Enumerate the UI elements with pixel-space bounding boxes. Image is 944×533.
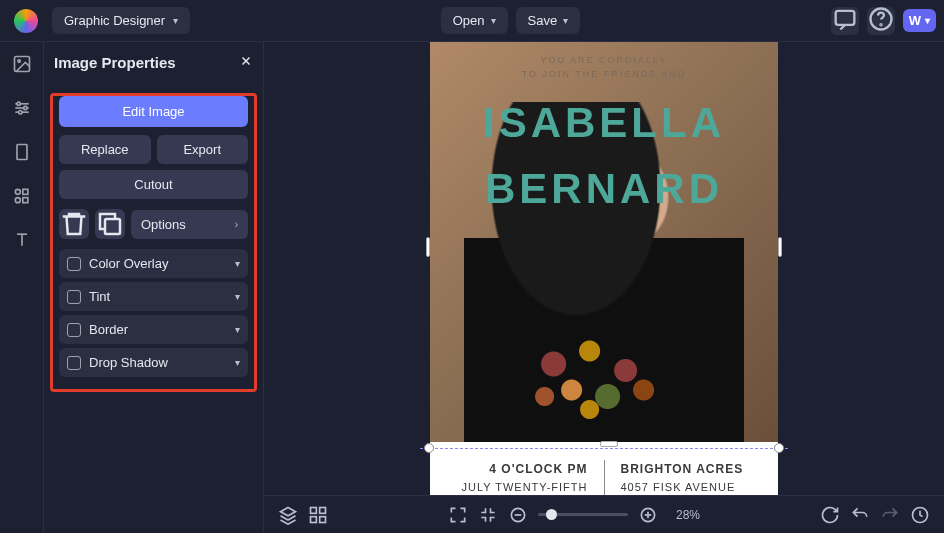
panel-title: Image Properties xyxy=(54,54,176,71)
svg-rect-23 xyxy=(311,516,317,522)
zoom-out-icon xyxy=(508,505,528,525)
open-button[interactable]: Open ▾ xyxy=(441,7,508,34)
svg-point-10 xyxy=(18,111,21,114)
svg-rect-24 xyxy=(320,516,326,522)
chat-button[interactable] xyxy=(831,7,859,35)
options-button[interactable]: Options › xyxy=(131,210,248,239)
border-row[interactable]: Border ▾ xyxy=(59,315,248,344)
svg-point-8 xyxy=(17,102,20,105)
invite-intro-line1: YOU ARE CORDIALLY xyxy=(541,54,668,68)
svg-rect-20 xyxy=(105,219,120,234)
close-panel-button[interactable] xyxy=(239,54,253,71)
history-icon xyxy=(910,505,930,525)
zoom-in-icon xyxy=(638,505,658,525)
border-checkbox[interactable] xyxy=(67,323,81,337)
undo-button[interactable] xyxy=(850,505,870,525)
svg-rect-21 xyxy=(311,507,317,513)
refresh-icon xyxy=(820,505,840,525)
chevron-down-icon: ▾ xyxy=(563,15,568,26)
zoom-percentage: 28% xyxy=(676,508,700,522)
duplicate-button[interactable] xyxy=(95,209,125,239)
zoom-slider[interactable] xyxy=(538,513,628,516)
color-overlay-checkbox[interactable] xyxy=(67,257,81,271)
redo-icon xyxy=(880,505,900,525)
chevron-down-icon: ▾ xyxy=(491,15,496,26)
grid-icon xyxy=(308,505,328,525)
zoom-in-button[interactable] xyxy=(638,505,658,525)
refresh-button[interactable] xyxy=(820,505,840,525)
rail-page-icon[interactable] xyxy=(12,142,32,162)
svg-point-2 xyxy=(880,24,881,25)
svg-point-12 xyxy=(15,189,20,194)
delete-button[interactable] xyxy=(59,209,89,239)
selection-handle-bl[interactable] xyxy=(424,443,434,453)
chevron-down-icon: ▾ xyxy=(235,357,240,368)
invite-venue: BRIGHTON ACRES xyxy=(621,460,759,479)
bouquet-graphic xyxy=(500,312,680,442)
redo-button[interactable] xyxy=(880,505,900,525)
svg-rect-13 xyxy=(22,189,27,194)
save-button[interactable]: Save ▾ xyxy=(516,7,581,34)
drop-shadow-row[interactable]: Drop Shadow ▾ xyxy=(59,348,248,377)
zoom-out-button[interactable] xyxy=(508,505,528,525)
selection-handle-br[interactable] xyxy=(774,443,784,453)
design-canvas[interactable]: YOU ARE CORDIALLY TO JOIN THE FRIENDS AN… xyxy=(430,42,778,495)
fit-screen-button[interactable] xyxy=(448,505,468,525)
chevron-right-icon: › xyxy=(235,219,238,230)
tint-row[interactable]: Tint ▾ xyxy=(59,282,248,311)
rail-text-icon[interactable] xyxy=(12,230,32,250)
svg-rect-22 xyxy=(320,507,326,513)
replace-button[interactable]: Replace xyxy=(59,135,151,164)
selection-edge-bottom xyxy=(420,448,788,449)
highlighted-panel-region: Edit Image Replace Export Cutout xyxy=(50,93,257,392)
selection-handle-bottom[interactable] xyxy=(600,441,618,447)
history-button[interactable] xyxy=(910,505,930,525)
svg-rect-15 xyxy=(22,198,27,203)
export-button[interactable]: Export xyxy=(157,135,249,164)
border-label: Border xyxy=(89,322,227,337)
chevron-down-icon: ▾ xyxy=(235,291,240,302)
rail-adjust-icon[interactable] xyxy=(12,98,32,118)
avatar-letter: W xyxy=(909,13,921,28)
invite-date: JULY TWENTY-FIFTH xyxy=(450,479,588,495)
app-logo xyxy=(14,9,38,33)
chevron-down-icon: ▾ xyxy=(235,324,240,335)
edit-image-label: Edit Image xyxy=(122,104,184,119)
collapse-button[interactable] xyxy=(478,505,498,525)
replace-label: Replace xyxy=(81,142,129,157)
svg-point-4 xyxy=(17,60,19,63)
zoom-slider-thumb[interactable] xyxy=(546,509,557,520)
rail-shapes-icon[interactable] xyxy=(12,186,32,206)
chat-icon xyxy=(831,5,859,36)
copy-icon xyxy=(95,209,125,239)
edit-image-button[interactable]: Edit Image xyxy=(59,96,248,127)
grid-button[interactable] xyxy=(308,505,328,525)
svg-rect-11 xyxy=(17,145,27,160)
layers-button[interactable] xyxy=(278,505,298,525)
svg-point-9 xyxy=(23,106,26,109)
color-overlay-label: Color Overlay xyxy=(89,256,227,271)
avatar-menu[interactable]: W ▾ xyxy=(903,9,936,32)
drop-shadow-checkbox[interactable] xyxy=(67,356,81,370)
cutout-button[interactable]: Cutout xyxy=(59,170,248,199)
invite-time: 4 O'CLOCK PM xyxy=(450,460,588,479)
svg-point-14 xyxy=(15,198,20,203)
selection-handle-left[interactable] xyxy=(426,237,430,257)
invite-name-2: BERNARD xyxy=(485,165,723,213)
layers-icon xyxy=(278,505,298,525)
designer-dropdown[interactable]: Graphic Designer ▾ xyxy=(52,7,190,34)
photo-region[interactable]: YOU ARE CORDIALLY TO JOIN THE FRIENDS AN… xyxy=(430,42,778,442)
cutout-label: Cutout xyxy=(134,177,172,192)
close-icon xyxy=(239,54,253,68)
export-label: Export xyxy=(183,142,221,157)
invite-details: 4 O'CLOCK PM JULY TWENTY-FIFTH TWO THOUS… xyxy=(430,442,778,495)
fullscreen-icon xyxy=(448,505,468,525)
tint-label: Tint xyxy=(89,289,227,304)
color-overlay-row[interactable]: Color Overlay ▾ xyxy=(59,249,248,278)
chevron-down-icon: ▾ xyxy=(235,258,240,269)
undo-icon xyxy=(850,505,870,525)
selection-handle-right[interactable] xyxy=(778,237,782,257)
help-button[interactable] xyxy=(867,7,895,35)
rail-image-icon[interactable] xyxy=(12,54,32,74)
tint-checkbox[interactable] xyxy=(67,290,81,304)
